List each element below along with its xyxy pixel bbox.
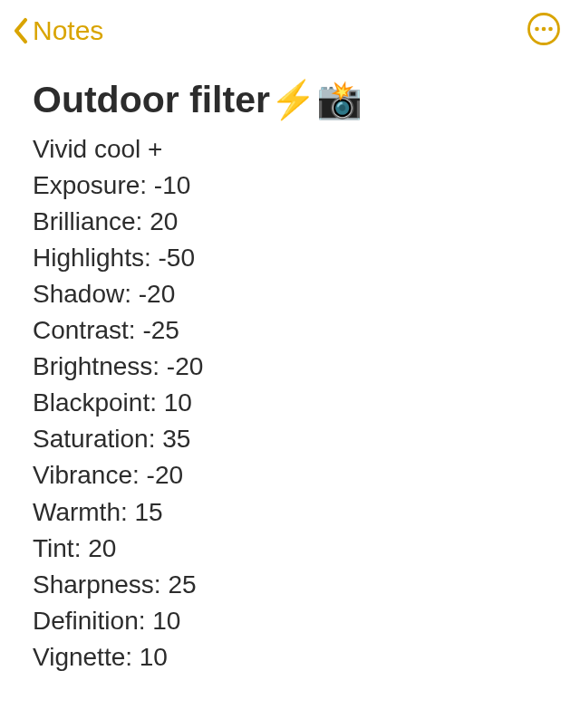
note-line: Saturation: 35 (33, 421, 547, 457)
more-icon (527, 12, 561, 50)
back-label: Notes (33, 15, 103, 46)
note-line: Warmth: 15 (33, 494, 547, 531)
note-line: Shadow: -20 (33, 276, 547, 312)
note-body: Vivid cool +Exposure: -10Brilliance: 20H… (33, 131, 547, 675)
note-line: Exposure: -10 (33, 168, 547, 204)
note-line: Vignette: 10 (33, 639, 547, 675)
more-button[interactable] (526, 13, 562, 49)
note-line: Vivid cool + (33, 131, 547, 168)
note-line: Blackpoint: 10 (33, 385, 547, 421)
note-content[interactable]: Outdoor filter⚡️📸 Vivid cool +Exposure: … (0, 62, 580, 675)
note-line: Sharpness: 25 (33, 567, 547, 603)
note-title: Outdoor filter⚡️📸 (33, 78, 547, 122)
svg-point-1 (535, 27, 539, 32)
nav-header: Notes (0, 0, 580, 62)
note-line: Definition: 10 (33, 603, 547, 639)
svg-point-3 (548, 27, 553, 32)
back-button[interactable]: Notes (11, 15, 103, 46)
note-line: Vibrance: -20 (33, 457, 547, 493)
svg-point-2 (542, 27, 546, 32)
chevron-left-icon (11, 15, 31, 46)
note-line: Brightness: -20 (33, 349, 547, 385)
note-line: Contrast: -25 (33, 312, 547, 349)
note-line: Highlights: -50 (33, 240, 547, 276)
note-line: Tint: 20 (33, 531, 547, 567)
note-line: Brilliance: 20 (33, 204, 547, 240)
